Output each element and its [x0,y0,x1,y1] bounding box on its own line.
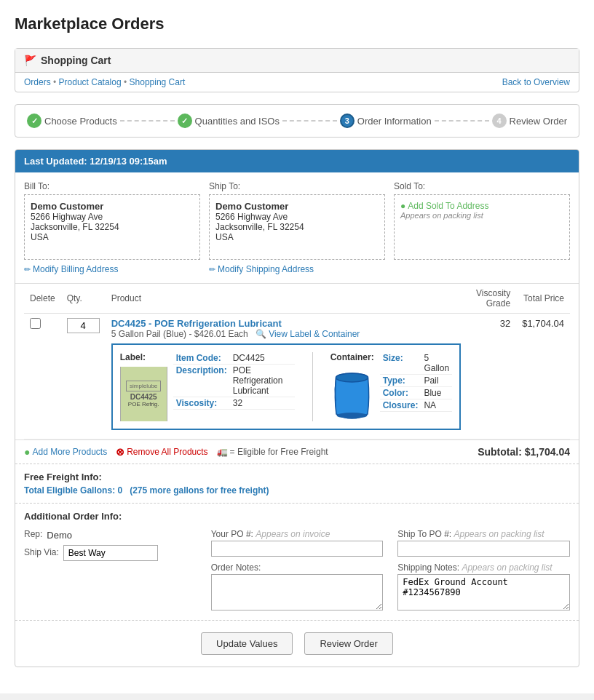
view-label-link[interactable]: View Label & Container [269,329,360,339]
truck-icon: 🚛 [217,447,228,457]
rep-label: Rep: [24,529,42,539]
ship-via-label: Ship Via: [24,547,59,557]
cart-left-actions: ● Add More Products ⊗ Remove All Product… [24,446,328,458]
magnify-icon: 🔍 [256,329,266,339]
order-info-row-1: Rep: Demo Ship Via: Your PO #: Appe [24,529,570,613]
main-content-card: Last Updated: 12/19/13 09:15am Bill To: … [15,149,579,667]
label-viscosity: 32 [230,397,295,410]
container-image [330,367,374,421]
freight-info: Total Eligible Gallons: 0 (275 more gall… [24,485,570,496]
modify-billing-link[interactable]: ✏ Modify Billing Address [24,264,118,274]
pencil-billing-icon: ✏ [24,265,31,274]
bill-to-name: Demo Customer [31,201,194,212]
update-values-button[interactable]: Update Values [201,632,293,655]
back-to-overview-link[interactable]: Back to Overview [502,77,570,87]
freight-note: 🚛 = Eligible for Free Freight [217,447,328,457]
step-1: ✓ Choose Products [27,114,117,128]
col-qty: Qty. [61,284,106,314]
bill-to-address1: 5266 Highway Ave [31,212,103,222]
table-row: DC4425 - POE Refrigeration Lubricant 5 G… [24,314,570,440]
card-header: 🚩 Shopping Cart [15,49,579,73]
sold-to-address: ● Add Sold To Address Appears on packing… [394,194,570,260]
label-title: Label: [120,352,167,362]
step-4: 4 Review Order [492,114,567,128]
col-viscosity: Viscosity Grade [467,284,516,314]
container-title: Container: [330,352,374,362]
step-2-icon: ✓ [178,114,192,128]
qty-input[interactable] [67,318,100,333]
remove-all-products-link[interactable]: ⊗ Remove All Products [116,446,207,458]
container-closure: NA [421,399,452,412]
step-1-icon: ✓ [27,114,41,128]
sold-to-box: Sold To: ● Add Sold To Address Appears o… [394,181,570,274]
review-order-button[interactable]: Review Order [304,632,392,655]
ship-to-po-col: Ship To PO #: Appears on packing list Sh… [397,529,570,613]
shopping-cart-card: 🚩 Shopping Cart Orders • Product Catalog… [15,48,579,92]
product-table-wrapper: Delete Qty. Product Viscosity Grade Tota… [15,284,579,440]
last-updated-header: Last Updated: 12/19/13 09:15am [15,150,579,172]
breadcrumb-shopping-cart[interactable]: Shopping Cart [130,77,186,87]
rep-col: Rep: Demo Ship Via: [24,529,197,561]
red-x-icon: ⊗ [116,446,124,458]
delete-checkbox[interactable] [30,318,41,329]
shipping-notes-textarea[interactable]: FedEx Ground Account #1234567890 [397,574,570,610]
container-type: Pail [421,375,452,387]
label-details: Item Code:DC4425 Description:POE Refrige… [173,352,295,421]
add-more-products-link[interactable]: ● Add More Products [24,446,107,458]
row-viscosity-cell: 32 [467,314,516,440]
pencil-shipping-icon: ✏ [209,265,215,274]
label-container-divider [312,352,313,421]
product-desc: 5 Gallon Pail (Blue) - $426.01 Each 🔍 Vi… [111,329,461,339]
gallons-note: (275 more gallons for free freight) [130,485,269,496]
ship-to-po-label: Ship To PO #: Appears on packing list [397,529,570,539]
order-notes-textarea[interactable] [211,574,384,610]
ship-via-input[interactable] [63,545,158,561]
po-input[interactable] [211,541,384,557]
row-total-price-cell: $1,704.04 [516,314,570,440]
steps-bar: ✓ Choose Products ✓ Quantities and ISOs … [15,104,579,138]
free-freight-label: Free Freight Info: [24,472,570,482]
label-image: simplelube DC4425 POE Refrig. [120,367,167,421]
breadcrumb-orders[interactable]: Orders [24,77,51,87]
step-2: ✓ Quantities and ISOs [178,114,280,128]
step-1-label: Choose Products [44,116,117,127]
po-label: Your PO #: Appears on invoice [211,529,384,539]
subtotal-value: $1,704.04 [525,446,570,458]
buttons-row: Update Values Review Order [15,620,579,667]
ship-to-po-input[interactable] [397,541,570,557]
ship-to-box: Ship To: Demo Customer 5266 Highway Ave … [209,181,385,274]
ship-to-label: Ship To: [209,181,385,191]
order-notes-label: Order Notes: [211,562,384,573]
breadcrumb-product-catalog[interactable]: Product Catalog [59,77,122,87]
product-table: Delete Qty. Product Viscosity Grade Tota… [24,284,570,440]
sold-to-note: Appears on packing list [400,211,563,220]
step-connector-2 [282,120,337,122]
bill-to-label: Bill To: [24,181,200,191]
add-sold-to[interactable]: ● Add Sold To Address [400,201,563,211]
ship-to-country: USA [215,232,234,242]
bill-to-box: Bill To: Demo Customer 5266 Highway Ave … [24,181,200,274]
card-title: Shopping Cart [41,55,111,66]
bill-to-address: Demo Customer 5266 Highway Ave Jacksonvi… [24,194,200,260]
ship-to-address: Demo Customer 5266 Highway Ave Jacksonvi… [209,194,385,260]
container-section: Container: [330,352,452,421]
green-plus-icon: ● [24,446,30,458]
step-3-label: Order Information [357,116,432,127]
bill-to-city: Jacksonville, FL 32254 [31,222,119,232]
col-delete: Delete [24,284,61,314]
label-section: Label: simplelube DC4425 POE Refrig. [120,352,295,421]
container-details: Size:5 Gallon Type:Pail Color:Blue Closu… [380,352,452,421]
ship-to-name: Demo Customer [215,201,379,212]
ship-to-city: Jacksonville, FL 32254 [215,222,304,232]
col-product: Product [106,284,467,314]
order-info-section: Additional Order Info: Rep: Demo Ship Vi… [15,503,579,620]
row-qty-cell [61,314,106,440]
container-size: 5 Gallon [421,352,452,375]
step-connector-3 [435,120,489,122]
ship-to-address1: 5266 Highway Ave [215,212,288,222]
bill-to-country: USA [31,232,49,242]
sold-to-label: Sold To: [394,181,570,191]
modify-shipping-link[interactable]: ✏ Modify Shipping Address [209,264,314,274]
label-item-code: DC4425 [230,352,295,365]
breadcrumb: Orders • Product Catalog • Shopping Cart… [15,73,579,92]
